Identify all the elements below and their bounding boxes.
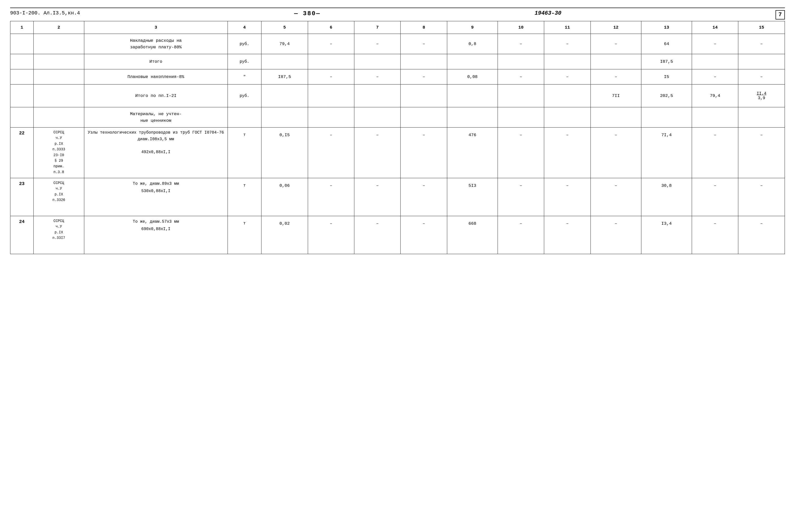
col-header-7: 7 xyxy=(354,21,401,34)
row-col13: I5 xyxy=(641,69,692,84)
row-col8: – xyxy=(401,69,447,84)
col-header-9: 9 xyxy=(447,21,498,34)
row-col5: 0,02 xyxy=(262,216,308,254)
row-col12: 7II xyxy=(590,84,641,107)
row-col10: – xyxy=(498,128,544,178)
main-table: 1 2 3 4 5 6 7 8 9 10 11 12 13 14 15 Накл… xyxy=(10,21,785,254)
row-col5 xyxy=(262,84,308,107)
col-header-15: 15 xyxy=(738,21,785,34)
row-unit: руб. xyxy=(228,34,261,54)
row-num: 24 xyxy=(11,216,34,254)
col-header-14: 14 xyxy=(692,21,738,34)
row-unit: руб. xyxy=(228,54,261,69)
row-col15: – xyxy=(738,69,785,84)
col-header-8: 8 xyxy=(401,21,447,34)
row-col6: – xyxy=(308,128,354,178)
row-col8: – xyxy=(401,128,447,178)
row-col15 xyxy=(738,54,785,69)
row-col15: – xyxy=(738,178,785,216)
row-col12 xyxy=(590,54,641,69)
row-num xyxy=(11,54,34,69)
row-col10 xyxy=(498,107,544,128)
table-row: 22 ССРСЦч.Ур.IXп.333323-I0§ 29прим.п.3.8… xyxy=(11,128,785,178)
row-col11 xyxy=(544,107,590,128)
row-col13: 7I,4 xyxy=(641,128,692,178)
row-col6: – xyxy=(308,34,354,54)
row-num xyxy=(11,34,34,54)
row-col6: – xyxy=(308,69,354,84)
table-row: Итого руб. I87,5 xyxy=(11,54,785,69)
col-header-12: 12 xyxy=(590,21,641,34)
col-header-5: 5 xyxy=(262,21,308,34)
row-col7: – xyxy=(354,128,401,178)
row-col9: 668 xyxy=(447,216,498,254)
row-ref xyxy=(33,69,84,84)
col-header-3: 3 xyxy=(84,21,228,34)
row-col6 xyxy=(308,84,354,107)
table-row: Накладные расходы назаработную плату-80%… xyxy=(11,34,785,54)
row-col5 xyxy=(262,107,308,128)
row-col6: – xyxy=(308,216,354,254)
row-num xyxy=(11,84,34,107)
row-col9: 0,08 xyxy=(447,69,498,84)
header-left: 903-I-200. Ал.I3.5,кн.4 xyxy=(10,10,80,16)
row-col8: – xyxy=(401,178,447,216)
row-col11: – xyxy=(544,128,590,178)
table-row: 24 ССРСЦч.Ур.IXп.33I7 То же, диам.57х3 м… xyxy=(11,216,785,254)
page-number: 7 xyxy=(776,10,785,19)
row-col15: II,43,9 xyxy=(738,84,785,107)
col-header-4: 4 xyxy=(228,21,261,34)
row-col8 xyxy=(401,84,447,107)
col-header-1: 1 xyxy=(11,21,34,34)
row-col12: – xyxy=(590,178,641,216)
row-ref: ССРСЦч.Ур.IXп.33I7 xyxy=(33,216,84,254)
row-num xyxy=(11,107,34,128)
row-col9 xyxy=(447,84,498,107)
row-col8: – xyxy=(401,34,447,54)
table-row: Плановые накопления-8% " I87,5 – – – 0,0… xyxy=(11,69,785,84)
row-col5 xyxy=(262,54,308,69)
row-col6 xyxy=(308,107,354,128)
row-desc: Плановые накопления-8% xyxy=(84,69,228,84)
row-col10 xyxy=(498,54,544,69)
col-header-10: 10 xyxy=(498,21,544,34)
row-num xyxy=(11,69,34,84)
table-row: Итого по пп.I–2I руб. 7II 202,5 79,4 II,… xyxy=(11,84,785,107)
row-col7 xyxy=(354,84,401,107)
row-col15 xyxy=(738,107,785,128)
row-col5: I87,5 xyxy=(262,69,308,84)
row-col9 xyxy=(447,107,498,128)
row-col14: – xyxy=(692,69,738,84)
col-header-11: 11 xyxy=(544,21,590,34)
row-col13: I87,5 xyxy=(641,54,692,69)
row-col7 xyxy=(354,54,401,69)
row-ref: ССРСЦч.Ур.IXп.333323-I0§ 29прим.п.3.8 xyxy=(33,128,84,178)
row-col5: 79,4 xyxy=(262,34,308,54)
row-col15: – xyxy=(738,34,785,54)
row-num: 23 xyxy=(11,178,34,216)
row-col12: – xyxy=(590,216,641,254)
row-desc: Итого xyxy=(84,54,228,69)
row-col13: 64 xyxy=(641,34,692,54)
row-col14: – xyxy=(692,34,738,54)
row-col14: – xyxy=(692,178,738,216)
row-col7: – xyxy=(354,69,401,84)
row-col13: I3,4 xyxy=(641,216,692,254)
table-row: Материалы, не учтен-ные ценником xyxy=(11,107,785,128)
column-header-row: 1 2 3 4 5 6 7 8 9 10 11 12 13 14 15 xyxy=(11,21,785,34)
row-col6 xyxy=(308,54,354,69)
row-col11: – xyxy=(544,216,590,254)
row-unit: т xyxy=(228,216,261,254)
row-col9: 476 xyxy=(447,128,498,178)
row-col13: 202,5 xyxy=(641,84,692,107)
header-right: 19463-30 xyxy=(534,10,561,16)
row-col10: – xyxy=(498,178,544,216)
row-col10: – xyxy=(498,69,544,84)
row-col8 xyxy=(401,54,447,69)
row-col11: – xyxy=(544,69,590,84)
row-col12 xyxy=(590,107,641,128)
row-col9 xyxy=(447,54,498,69)
row-col14 xyxy=(692,107,738,128)
row-num: 22 xyxy=(11,128,34,178)
row-col6: – xyxy=(308,178,354,216)
